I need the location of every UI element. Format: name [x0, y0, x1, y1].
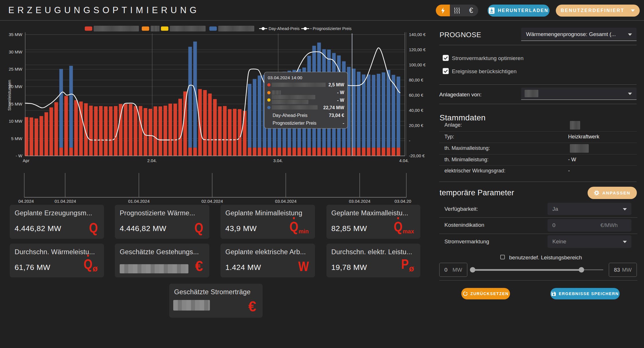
- svg-text:10 MW: 10 MW: [9, 119, 22, 124]
- svg-text:Prognostizierter Preis: Prognostizierter Preis: [313, 26, 352, 31]
- svg-text:22,74 MW: 22,74 MW: [323, 105, 344, 110]
- svg-text:140,00 €: 140,00 €: [409, 32, 426, 37]
- svg-text:2.04.: 2.04.: [147, 158, 157, 163]
- svg-text:73,04 €: 73,04 €: [329, 113, 344, 118]
- svg-text:04.2024: 04.2024: [18, 199, 34, 204]
- svg-text:80,00 €: 80,00 €: [409, 77, 424, 82]
- svg-text:-: -: [343, 121, 344, 126]
- svg-text:120,00 €: 120,00 €: [409, 47, 426, 52]
- svg-text:01.04.2024: 01.04.2024: [54, 199, 76, 204]
- svg-text:02.04.2024: 02.04.2024: [201, 199, 223, 204]
- svg-text:25 MW: 25 MW: [9, 67, 22, 71]
- svg-text:5 MW: 5 MW: [11, 136, 23, 141]
- svg-text:100,00 €: 100,00 €: [409, 62, 426, 67]
- svg-text:20,00 €: 20,00 €: [409, 123, 424, 128]
- svg-text:-20,00 €: -20,00 €: [409, 153, 425, 158]
- svg-text:3.04.: 3.04.: [273, 158, 283, 163]
- svg-text:Apr: Apr: [23, 158, 29, 163]
- svg-text:- W: - W: [337, 98, 344, 103]
- svg-text:Stromleistungen: Stromleistungen: [7, 80, 12, 111]
- svg-text:2,5 MW: 2,5 MW: [328, 82, 344, 87]
- svg-text:Day-Ahead-Preis: Day-Ahead-Preis: [269, 26, 300, 31]
- svg-text:03.04.2024: 03.04.2024: [349, 199, 370, 204]
- svg-text:4.04.: 4.04.: [399, 158, 409, 163]
- svg-text:60,00 €: 60,00 €: [409, 93, 424, 98]
- svg-text:03.04.2024: 03.04.2024: [275, 199, 296, 204]
- svg-text:40,00 €: 40,00 €: [409, 108, 424, 113]
- svg-text:01.04.2024: 01.04.2024: [128, 199, 149, 204]
- svg-text:-: -: [409, 138, 410, 143]
- svg-text:- W: - W: [337, 90, 344, 95]
- svg-text:- W: - W: [16, 153, 23, 158]
- svg-text:03.04.2024 14:00: 03.04.2024 14:00: [268, 75, 302, 80]
- svg-text:Prognostizierter Preis: Prognostizierter Preis: [273, 121, 316, 126]
- svg-text:Day-Ahead-Preis: Day-Ahead-Preis: [273, 113, 308, 118]
- svg-text:30 MW: 30 MW: [9, 49, 22, 54]
- svg-text:03.04.20: 03.04.20: [395, 199, 411, 204]
- svg-text:35 MW: 35 MW: [9, 32, 22, 37]
